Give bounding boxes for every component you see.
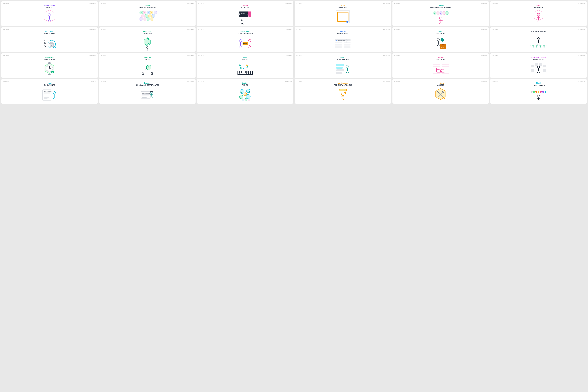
meta-left: NFT Utilities <box>296 80 302 82</box>
title-line2: Real Estate <box>44 32 55 34</box>
card-meta: NFT Utilities @olivinakNujs <box>492 55 585 56</box>
svg-point-93 <box>437 38 440 41</box>
meta-right: @olivinakNujs <box>285 29 292 30</box>
svg-rect-169 <box>336 64 344 66</box>
svg-rect-184 <box>442 66 449 68</box>
card-meta: NFT Utilities @olivinakNujs <box>101 3 194 4</box>
svg-text:$: $ <box>148 66 149 68</box>
svg-rect-196 <box>535 63 538 66</box>
card-title: Crowdfunding <box>531 30 546 32</box>
svg-point-235 <box>246 94 250 99</box>
svg-line-105 <box>537 42 539 44</box>
card-meta: NFT Utilities @olivinakNujs <box>492 80 585 82</box>
title-line1: Music <box>242 56 248 58</box>
svg-rect-218 <box>142 95 149 96</box>
card-title: Music Rights <box>242 56 248 60</box>
card-meta: NFT Utilities @olivinakNujs <box>492 3 585 4</box>
title-line2: Property <box>143 32 152 34</box>
card-title: Degrees Diplomas & Certificates <box>136 82 159 86</box>
svg-text:♫: ♫ <box>245 93 246 95</box>
card-meta: NFT Utilities @olivinakNujs <box>296 80 390 82</box>
title-line1: Intellectual <box>143 30 152 32</box>
card-illustration: TICKET ADMIT ONE TICKET <box>198 9 292 24</box>
title-line1: Domains <box>337 30 349 32</box>
svg-point-67 <box>147 43 150 45</box>
meta-left: NFT Utilities <box>101 29 106 30</box>
card-illustration: ♪ ♪ ♪ ♫ <box>198 87 292 102</box>
meta-left: NFT Utilities <box>296 3 302 4</box>
svg-line-5 <box>49 19 51 22</box>
svg-rect-222 <box>150 91 153 92</box>
svg-point-255 <box>443 97 445 99</box>
svg-line-226 <box>151 96 152 98</box>
svg-marker-15 <box>140 17 143 21</box>
svg-rect-193 <box>531 69 534 72</box>
svg-rect-136 <box>48 62 50 64</box>
svg-point-258 <box>535 91 537 93</box>
meta-right: @olivinakNujs <box>383 80 390 82</box>
svg-rect-63 <box>51 44 52 46</box>
svg-point-30 <box>241 19 243 21</box>
svg-rect-209 <box>44 98 47 99</box>
svg-point-153 <box>243 68 244 69</box>
meta-left: NFT Utilities <box>394 80 400 82</box>
svg-text:♪: ♪ <box>247 96 248 98</box>
svg-point-111 <box>533 46 534 46</box>
title-line1: In-Game <box>437 82 444 84</box>
meta-left: NFT Utilities <box>492 3 498 4</box>
meta-right: @olivinakNujs <box>89 80 96 82</box>
title-line2: Protection <box>44 58 55 60</box>
card-title: In-Game Assets <box>437 82 444 86</box>
svg-point-125 <box>543 46 544 46</box>
svg-marker-39 <box>433 11 436 15</box>
card-title: Memberships For Digital Access <box>334 82 352 86</box>
svg-rect-85 <box>335 42 342 43</box>
svg-rect-86 <box>344 42 350 43</box>
title-line1: Ownership of <box>44 30 55 32</box>
svg-rect-87 <box>335 44 342 46</box>
svg-text:TICKET: TICKET <box>241 13 245 14</box>
svg-point-261 <box>542 91 544 93</box>
svg-text:+ Vaccination: + Vaccination <box>437 69 444 70</box>
meta-left: NFT Utilities <box>3 80 8 82</box>
svg-point-44 <box>439 17 442 19</box>
title-line2: NFTs <box>144 58 151 60</box>
svg-rect-88 <box>344 44 350 46</box>
title-line1: Memberships <box>334 82 352 84</box>
title-line2: Records <box>436 58 445 60</box>
svg-text:♪: ♪ <box>248 90 248 92</box>
svg-rect-171 <box>336 70 344 71</box>
card-meta: NFT Utilities @olivinakNujs <box>394 3 488 4</box>
svg-line-227 <box>152 96 153 98</box>
card-ownership-real-estate: NFT Utilities @olivinakNujs Ownership of… <box>1 27 98 52</box>
meta-left: NFT Utilities <box>394 3 400 4</box>
card-meta: NFT Utilities @olivinakNujs <box>101 55 194 56</box>
card-illustration <box>492 34 585 50</box>
meta-right: @olivinakNujs <box>579 3 585 4</box>
card-title: Voting Records <box>436 30 445 34</box>
svg-point-145 <box>151 72 153 74</box>
svg-line-267 <box>539 100 540 101</box>
card-crowdfunding: NFT Utilities @olivinakNujs Crowdfunding <box>490 27 587 52</box>
card-title: Unique Digital Identity <box>44 4 55 8</box>
meta-left: NFT Utilities <box>3 3 8 4</box>
svg-text:✎: ✎ <box>544 65 545 67</box>
title-line1: Transferrable <box>238 30 253 32</box>
meta-right: @olivinakNujs <box>187 80 194 82</box>
card-title: Financial NFTs <box>144 56 151 60</box>
title-line2: & Messages <box>337 58 348 60</box>
svg-point-55 <box>44 40 46 42</box>
title-line1: Digital <box>338 4 347 6</box>
card-illustration <box>101 35 194 50</box>
svg-marker-18 <box>150 17 153 21</box>
svg-rect-89 <box>335 46 342 48</box>
svg-rect-217 <box>142 94 150 95</box>
svg-marker-10 <box>154 11 157 14</box>
svg-line-80 <box>248 45 250 48</box>
svg-rect-164 <box>239 71 240 73</box>
svg-point-109 <box>532 46 533 46</box>
svg-rect-204 <box>44 93 50 94</box>
svg-text:Terms & Conditions: Terms & Conditions <box>44 91 52 92</box>
card-meta: NFT Utilities @olivinakNujs <box>296 3 390 4</box>
card-title: Medical Records <box>436 56 445 60</box>
